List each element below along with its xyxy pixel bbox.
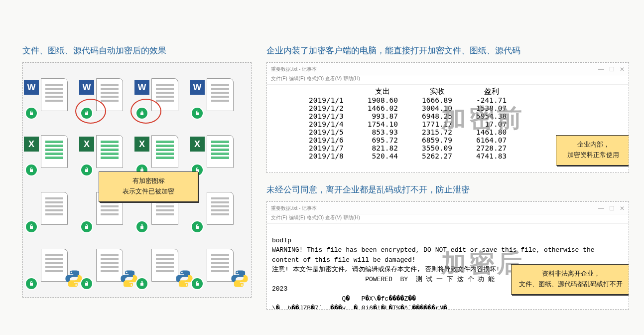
file-word-3: W <box>139 73 190 117</box>
lock-icon <box>80 164 93 176</box>
file-excel-2: X <box>84 130 134 173</box>
left-section-title: 文件、图纸、源代码自动加密后的效果 <box>22 45 252 56</box>
th-profit: 盈利 <box>464 87 518 96</box>
table-row: 2019/1/41754.101771.1717.07 <box>297 120 518 128</box>
lock-icon <box>80 220 93 233</box>
callout-inside-enterprise: 企业内部， 加密资料正常使用 <box>556 135 629 166</box>
file-python-3 <box>139 243 190 287</box>
file-word-1: W <box>29 73 79 117</box>
callout-line: 企业内部， <box>561 140 625 150</box>
file-word-4: W <box>195 73 245 117</box>
th-expense: 支出 <box>356 87 410 96</box>
lock-icon <box>191 277 204 290</box>
maximize-icon[interactable]: ☐ <box>609 205 615 212</box>
notepad-menu[interactable]: 文件(F) 编辑(E) 格式(O) 查看(V) 帮助(H) <box>267 75 629 85</box>
lock-icon <box>191 107 204 120</box>
file-python-4 <box>195 243 245 287</box>
notepad-filename: 重要数据.txt - 记事本 <box>271 205 317 212</box>
callout-line: 资料非法离开企业， <box>516 269 625 279</box>
close-icon[interactable]: ✕ <box>620 66 625 73</box>
file-word-2: W <box>84 73 134 117</box>
file-python-2 <box>84 243 134 287</box>
maximize-icon[interactable]: ☐ <box>609 66 615 73</box>
callout-line: 有加密图标 <box>104 176 193 186</box>
table-row: 2019/1/21466.023004.101538.07 <box>297 104 518 112</box>
lock-icon <box>135 220 148 233</box>
lock-icon <box>25 220 38 233</box>
lock-icon <box>25 164 38 176</box>
lock-icon <box>135 277 148 290</box>
callout-line: 加密资料正常使用 <box>561 150 625 161</box>
data-table: 支出 实收 盈利 2019/1/11908.601666.89-241.7120… <box>297 87 518 160</box>
right2-section-title: 未经公司同意，离开企业都是乱码或打不开，防止泄密 <box>266 184 629 195</box>
lock-icon <box>80 277 93 290</box>
lock-icon <box>80 107 93 120</box>
minimize-icon[interactable]: — <box>598 205 604 212</box>
file-excel-1: X <box>29 130 79 173</box>
panel-before-encrypt: 重要数据.txt - 记事本 — ☐ ✕ 文件(F) 编辑(E) 格式(O) 查… <box>266 62 629 173</box>
close-icon[interactable]: ✕ <box>620 205 625 212</box>
callout-outside-enterprise: 资料非法离开企业， 文件、图纸、源代码都乱码或打不开 <box>511 264 629 295</box>
file-excel-3: X <box>139 130 190 173</box>
callout-line: 表示文件已被加密 <box>104 186 193 197</box>
table-row: 2019/1/5853.932315.721461.80 <box>297 128 518 136</box>
lock-icon <box>135 107 148 120</box>
panel-after-encrypt: 重要数据.txt - 记事本 — ☐ ✕ 文件(F) 编辑(E) 格式(O) 查… <box>266 201 629 310</box>
callout-line: 文件、图纸、源代码都乱码或打不开 <box>516 279 625 290</box>
file-text-4 <box>195 186 245 230</box>
python-icon <box>230 269 249 288</box>
notepad-menu[interactable]: 文件(F) 编辑(E) 格式(O) 查看(V) 帮助(H) <box>267 214 629 224</box>
right1-section-title: 企业内装了加密客户端的电脑，能直接打开加密文件、图纸、源代码 <box>266 45 629 56</box>
table-row: 2019/1/7821.823550.092728.27 <box>297 144 518 152</box>
callout-lock-meaning: 有加密图标 表示文件已被加密 <box>99 171 198 202</box>
notepad-filename: 重要数据.txt - 记事本 <box>271 66 317 73</box>
lock-icon <box>25 107 38 120</box>
lock-icon <box>25 277 38 290</box>
file-python-1 <box>29 243 79 287</box>
left-panel: W W W W X X <box>22 62 252 298</box>
file-excel-4: X <box>195 130 245 173</box>
table-row: 2019/1/11908.601666.89-241.71 <box>297 96 518 104</box>
table-row: 2019/1/3993.876948.255954.38 <box>297 112 518 120</box>
table-row: 2019/1/6695.726859.796164.07 <box>297 136 518 144</box>
th-income: 实收 <box>410 87 464 96</box>
table-row: 2019/1/8520.445262.274741.83 <box>297 152 518 160</box>
minimize-icon[interactable]: — <box>598 66 604 73</box>
lock-icon <box>191 220 204 233</box>
file-text-1 <box>29 186 79 230</box>
